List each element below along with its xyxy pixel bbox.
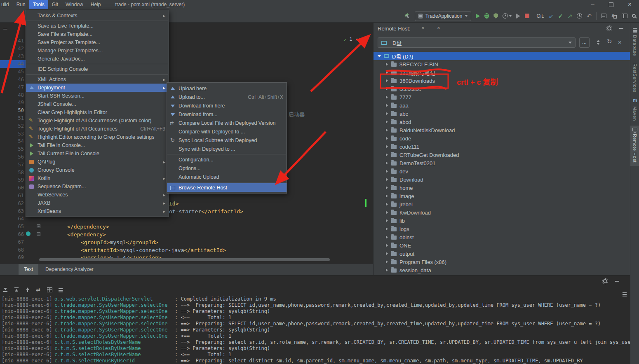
git-push-icon[interactable] [568, 12, 573, 20]
run-disabled-button[interactable] [516, 14, 520, 19]
menubar-item-help[interactable]: Help [87, 0, 105, 9]
tree-item-recycle-bin[interactable]: $RECYCLE.BIN [374, 60, 630, 68]
tree-item-baidunetdiskdownload[interactable]: BaiduNetdiskDownload [374, 126, 630, 134]
layout-icon[interactable] [622, 14, 627, 18]
tree-item-demotest0201[interactable]: DemoTest0201 [374, 159, 630, 167]
tree-item-code111[interactable]: code111 [374, 142, 630, 151]
chevron-collapsed-icon[interactable] [386, 79, 388, 82]
minimize-button[interactable] [583, 0, 602, 9]
hide-panel-icon[interactable] [619, 28, 623, 29]
menu-item-deployment[interactable]: Deployment [26, 84, 169, 92]
build-hammer-icon[interactable] [404, 13, 410, 19]
chevron-collapsed-icon[interactable] [386, 268, 388, 272]
profiler-button[interactable] [503, 13, 512, 19]
tree-item-d盘-d[interactable]: D盘 (D:\) [374, 52, 630, 60]
tree-item-obinst[interactable]: obinst [374, 233, 630, 241]
tree-item-lib[interactable]: lib [374, 217, 630, 225]
tree-item-image[interactable]: image [374, 192, 630, 200]
chevron-collapsed-icon[interactable] [386, 252, 388, 255]
chevron-collapsed-icon[interactable] [386, 112, 388, 115]
chevron-collapsed-icon[interactable] [386, 153, 388, 156]
console-menu-icon[interactable] [58, 287, 63, 293]
menu-item-upload-to[interactable]: Upload to...Ctrl+Alt+Shift+X [167, 93, 287, 101]
remote-path-selector[interactable]: D盘 [378, 37, 576, 48]
menu-item-tail-current-file-in-console[interactable]: Tail Current File in Console [26, 149, 169, 158]
chevron-down-icon[interactable] [362, 38, 365, 40]
menu-item-tail-file-in-console[interactable]: Tail File in Console... [26, 141, 169, 149]
chevron-collapsed-icon[interactable] [386, 244, 388, 247]
menu-item-manage-project-templates[interactable]: Manage Project Templates... [26, 47, 169, 55]
chevron-collapsed-icon[interactable] [386, 236, 388, 239]
menu-item-save-project-as-template[interactable]: Save Project as Template... [26, 38, 169, 47]
menu-item-generate-javadoc[interactable]: Generate JavaDoc... [26, 55, 169, 63]
gutter-icon[interactable] [26, 231, 31, 236]
menu-item-save-file-as-template[interactable]: Save File as Template... [26, 30, 169, 38]
tree-item-download[interactable]: Download [374, 175, 630, 184]
chevron-collapsed-icon[interactable] [386, 63, 388, 66]
tree-item-7777[interactable]: 7777 [374, 93, 630, 101]
scroll-down-icon[interactable] [2, 287, 8, 293]
menubar-item-tools[interactable]: Tools [29, 0, 48, 9]
chevron-collapsed-icon[interactable] [386, 260, 388, 264]
gear-icon[interactable] [603, 279, 608, 284]
tree-item-jrebel[interactable]: jrebel [374, 200, 630, 208]
up-stack-icon[interactable] [25, 287, 31, 293]
menu-item-start-ssh-session[interactable]: Start SSH Session... [26, 92, 169, 100]
fold-marker[interactable] [37, 224, 40, 228]
chevron-up-icon[interactable] [355, 38, 359, 40]
menu-item-highlight-editor-according-to-grep-console-settings[interactable]: Highlight Editor according to Grep Conso… [26, 133, 169, 141]
tree-item-360downloads[interactable]: 360Downloads [374, 77, 630, 85]
tree-item-121期限与笔记[interactable]: 121期限与笔记 [374, 68, 630, 77]
menu-item-browse-remote-host[interactable]: Browse Remote Host [167, 183, 287, 192]
menu-item-tasks-contexts[interactable]: Tasks & Contexts [26, 12, 169, 20]
inspection-widget[interactable]: 1 [343, 35, 365, 43]
search-icon[interactable] [632, 14, 636, 18]
chevron-collapsed-icon[interactable] [386, 128, 388, 132]
tab-dependency-analyzer[interactable]: Dependency Analyzer [40, 264, 99, 275]
menu-item-clear-grep-highlights-in-editor[interactable]: Clear Grep Highlights in Editor [26, 108, 169, 117]
toolwindow-button-restservices[interactable]: RestServices [630, 61, 639, 94]
menu-item-upload-here[interactable]: Upload here [167, 84, 287, 93]
menu-item-sequence-diagram[interactable]: Sequence Diagram... [26, 182, 169, 191]
soft-wrap-icon[interactable] [36, 287, 42, 293]
chevron-collapsed-icon[interactable] [386, 137, 388, 140]
menu-item-configuration[interactable]: Configuration... [167, 155, 287, 164]
git-update-icon[interactable] [549, 12, 554, 20]
tree-item-code[interactable]: code [374, 134, 630, 142]
menu-item-sync-local-subtree-with-deployed[interactable]: Sync Local Subtree with Deployed [167, 136, 287, 145]
menu-item-compare-with-deployed-to[interactable]: Compare with Deployed to ... [167, 127, 287, 136]
chevron-collapsed-icon[interactable] [386, 96, 388, 99]
close-icon[interactable] [618, 39, 622, 45]
chevron-collapsed-icon[interactable] [386, 211, 388, 214]
tab-close-icon[interactable] [421, 25, 425, 30]
menu-item-automatic-upload[interactable]: Automatic Upload [167, 173, 287, 181]
tree-item-cccccccc[interactable]: cccccccc [374, 85, 630, 93]
debug-button[interactable] [484, 13, 489, 19]
tab-close-icon[interactable] [437, 25, 440, 30]
chevron-collapsed-icon[interactable] [386, 104, 388, 107]
menu-item-xml-actions[interactable]: XML Actions [26, 75, 169, 84]
console-log[interactable]: [nio-8888-exec-1]o.s.web.servlet.Dispatc… [2, 296, 630, 364]
translate-icon[interactable] [611, 13, 617, 19]
chevron-collapsed-icon[interactable] [386, 120, 388, 124]
menu-item-jshell-console[interactable]: JShell Console... [26, 100, 169, 108]
toolwindow-button-maven[interactable]: Maven [630, 97, 639, 123]
tree-item-abcd[interactable]: abcd [374, 118, 630, 126]
stop-button[interactable] [525, 14, 529, 18]
hide-panel-icon[interactable] [615, 281, 619, 282]
menu-item-toggle-highlight-of-all-occurrences[interactable]: Toggle Highlight of All OccurrencesCtrl+… [26, 125, 169, 133]
menu-item-ide-scripting-console[interactable]: IDE Scripting Console [26, 65, 169, 73]
menu-item-download-from[interactable]: Download from... [167, 110, 287, 119]
tree-item-abc[interactable]: abc [374, 110, 630, 118]
fold-marker[interactable] [37, 232, 40, 236]
tab-text[interactable]: Text [19, 264, 38, 275]
menu-item-jaxb[interactable]: JAXB [26, 199, 169, 207]
chevron-collapsed-icon[interactable] [386, 203, 388, 206]
chevron-collapsed-icon[interactable] [386, 219, 388, 222]
grid-icon[interactable] [47, 287, 52, 292]
run-button[interactable] [476, 14, 480, 19]
menu-item-kotlin[interactable]: Kotlin [26, 174, 169, 182]
menu-item-compare-local-file-with-deployed-version[interactable]: Compare Local File with Deployed Version [167, 119, 287, 127]
menubar-item-run[interactable]: Run [13, 0, 29, 9]
chevron-collapsed-icon[interactable] [386, 194, 388, 198]
